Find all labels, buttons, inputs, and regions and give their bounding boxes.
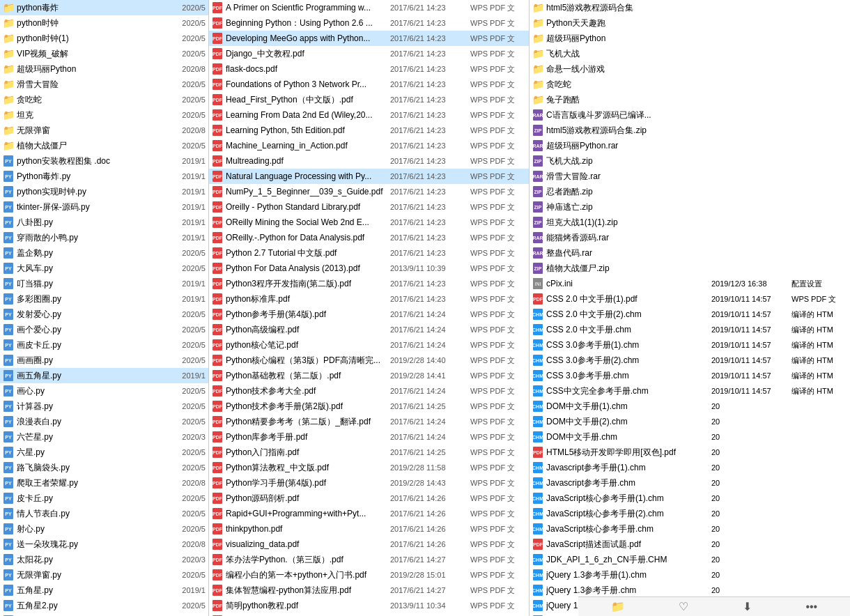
- list-item[interactable]: PDFPython3程序开发指南(第二版).pdf2017/6/21 14:23…: [209, 276, 529, 291]
- list-item[interactable]: PDFNatural Language Processing with Py..…: [209, 169, 529, 184]
- list-item[interactable]: PY太阳花.py2020/3: [0, 552, 208, 567]
- list-item[interactable]: CHMJavascript参考手册(1).chm20: [530, 460, 850, 475]
- list-item[interactable]: PDF简明python教程.pdf2013/9/11 10:34WPS PDF …: [209, 598, 529, 613]
- list-item[interactable]: 📁植物大战僵尸2020/5: [0, 138, 208, 153]
- list-item[interactable]: PY六星.py2020/5: [0, 445, 208, 460]
- list-item[interactable]: RAR整蛊代码.rar: [530, 245, 850, 261]
- list-item[interactable]: 📁python时钟(1)2020/5: [0, 31, 208, 46]
- list-item[interactable]: PDFflask-docs.pdf2017/6/21 14:23WPS PDF …: [209, 61, 529, 77]
- list-item[interactable]: PDFMultreading.pdf2017/6/21 14:23WPS PDF…: [209, 153, 529, 169]
- list-item[interactable]: 📁兔子跑酷: [530, 92, 850, 107]
- list-item[interactable]: PY画画圈.py2020/5: [0, 353, 208, 368]
- list-item[interactable]: PY五角星2.py2020/5: [0, 598, 208, 613]
- list-item[interactable]: PDFPython核心编程（第3版）PDF高清晰完...2019/2/28 14…: [209, 353, 529, 368]
- list-item[interactable]: PDF笨办法学Python.（第三版）.pdf2017/6/21 14:27WP…: [209, 552, 529, 567]
- list-item[interactable]: 📁贪吃蛇2020/5: [0, 92, 208, 107]
- list-item[interactable]: PY大风车.py2020/5: [0, 261, 208, 276]
- list-item[interactable]: 📁html5游戏教程源码合集: [530, 0, 850, 15]
- list-item[interactable]: PDFPython基础教程（第二版）.pdf2019/2/28 14:41WPS…: [209, 368, 529, 383]
- list-item[interactable]: PY无限弹窗.py2020/5: [0, 567, 208, 583]
- list-item[interactable]: PY六芒星.py2020/3: [0, 429, 208, 445]
- list-item[interactable]: 📁超级玛丽Python: [530, 31, 850, 46]
- list-item[interactable]: PDFPython源码剖析.pdf2017/6/21 14:26WPS PDF …: [209, 491, 529, 506]
- list-item[interactable]: CHMDOM中文手册(1).chm20: [530, 399, 850, 414]
- list-item[interactable]: PY画五角星.py2019/1: [0, 368, 208, 383]
- list-item[interactable]: PY盖企鹅.py2020/5: [0, 245, 208, 261]
- list-item[interactable]: 📁VIP视频_破解2020/5: [0, 46, 208, 61]
- list-item[interactable]: CHMCSS 3.0参考手册(2).chm2019/10/11 14:57编译的…: [530, 353, 850, 368]
- list-item[interactable]: CHMCSS 3.0参考手册.chm2019/10/11 14:57编译的 HT…: [530, 368, 850, 383]
- list-item[interactable]: PY射心.py2020/5: [0, 521, 208, 537]
- list-item[interactable]: PY叮当猫.py2019/1: [0, 276, 208, 291]
- list-item[interactable]: PY画个爱心.py2020/5: [0, 322, 208, 337]
- list-item[interactable]: 📁超级玛丽Python2020/8: [0, 61, 208, 77]
- list-item[interactable]: PDFHead_First_Python（中文版）.pdf2017/6/21 1…: [209, 92, 529, 107]
- list-item[interactable]: 📁飞机大战: [530, 46, 850, 61]
- list-item[interactable]: CHMJavascript参考手册.chm20: [530, 475, 850, 491]
- list-item[interactable]: PDFCSS 2.0 中文手册(1).pdf2019/10/11 14:57WP…: [530, 291, 850, 307]
- list-item[interactable]: PDFMachine_Learning_in_Action.pdf2017/6/…: [209, 138, 529, 153]
- list-item[interactable]: PDFOReilly.-.Python for Data Analysis.pd…: [209, 230, 529, 245]
- list-item[interactable]: RAR滑雪大冒险.rar: [530, 169, 850, 184]
- list-item[interactable]: PY八卦图.py2019/1: [0, 215, 208, 230]
- list-item[interactable]: PYpython安装教程图集 .doc2019/1: [0, 153, 208, 169]
- list-item[interactable]: ZIP忍者跑酷.zip: [530, 184, 850, 199]
- list-item[interactable]: PDF编程小白的第一本+python+入门书.pdf2019/2/28 15:0…: [209, 567, 529, 583]
- list-item[interactable]: CHMJavaScript核心参考手册(1).chm20: [530, 491, 850, 506]
- list-item[interactable]: CHMCSS中文完全参考手册.chm2019/10/11 14:57编译的 HT…: [530, 383, 850, 399]
- list-item[interactable]: PY情人节表白.py2020/5: [0, 506, 208, 521]
- list-item[interactable]: ZIP飞机大战.zip: [530, 153, 850, 169]
- list-item[interactable]: PDFPython学习手册(第4版).pdf2019/2/28 14:43WPS…: [209, 475, 529, 491]
- list-item[interactable]: CHMCSS 2.0 中文手册.chm2019/10/11 14:57编译的 H…: [530, 322, 850, 337]
- list-item[interactable]: 📁滑雪大冒险2020/5: [0, 77, 208, 92]
- list-item[interactable]: PY爬取王者荣耀.py2020/8: [0, 475, 208, 491]
- list-item[interactable]: CHMDOM中文手册.chm20: [530, 429, 850, 445]
- list-item[interactable]: 📁Python天天趣跑: [530, 15, 850, 31]
- list-item[interactable]: CHMJDK_API_1_6_zh_CN手册.CHM20: [530, 552, 850, 567]
- list-item[interactable]: CHMCSS 3.0参考手册(1).chm2019/10/11 14:57编译的…: [530, 337, 850, 353]
- list-item[interactable]: ZIPhtml5游戏教程源码合集.zip: [530, 123, 850, 138]
- list-item[interactable]: PDFDjango_中文教程.pdf2017/6/21 14:23WPS PDF…: [209, 46, 529, 61]
- list-item[interactable]: RAR能猫烤香源码.rar: [530, 230, 850, 245]
- list-item[interactable]: PDFvisualizing_data.pdf2017/6/21 14:26WP…: [209, 537, 529, 552]
- list-item[interactable]: PY送一朵玫瑰花.py2020/8: [0, 537, 208, 552]
- list-item[interactable]: PDFPython入门指南.pdf2017/6/21 14:25WPS PDF …: [209, 445, 529, 460]
- list-item[interactable]: PDF集体智慧编程-python算法应用.pdf2017/6/21 14:27W…: [209, 583, 529, 598]
- list-item[interactable]: PDF用Python进行自然语言处理.pdf2013/4/13 10:39WPS…: [209, 613, 529, 616]
- list-item[interactable]: ZIP神庙逃亡.zip: [530, 199, 850, 215]
- list-item[interactable]: PDFpython标准库.pdf2017/6/21 14:23WPS PDF 文: [209, 291, 529, 307]
- list-item[interactable]: PDFBeginning Python：Using Python 2.6 ...…: [209, 15, 529, 31]
- list-item[interactable]: PY五角星.py2019/1: [0, 583, 208, 598]
- list-item[interactable]: PDFRapid+GUI+Programming+with+Pyt...2017…: [209, 506, 529, 521]
- list-item[interactable]: PY画皮卡丘.py2020/5: [0, 337, 208, 353]
- list-item[interactable]: ZIP坦克大战1(1)(1).zip: [530, 215, 850, 230]
- list-item[interactable]: PDFLearning Python, 5th Edition.pdf2017/…: [209, 123, 529, 138]
- list-item[interactable]: 📁python毒炸2020/5: [0, 0, 208, 15]
- list-item[interactable]: PY路飞脑袋头.py2020/5: [0, 460, 208, 475]
- list-item[interactable]: PY浪漫表白.py2020/5: [0, 414, 208, 429]
- list-item[interactable]: PDFPython For Data Analysis (2013).pdf20…: [209, 261, 529, 276]
- list-item[interactable]: PY穿雨散的小鸭.py2019/1: [0, 230, 208, 245]
- list-item[interactable]: PDFPython精要参考考（第二版）_翻译.pdf2017/6/21 14:2…: [209, 414, 529, 429]
- folder-icon[interactable]: 📁: [607, 599, 629, 615]
- list-item[interactable]: PDFPython高级编程.pdf2017/6/21 14:24WPS PDF …: [209, 322, 529, 337]
- list-item[interactable]: ZIP植物大战僵尸.zip: [530, 261, 850, 276]
- heart-icon[interactable]: ♡: [674, 599, 693, 615]
- list-item[interactable]: PYtkinter-屏保-源码.py2019/1: [0, 199, 208, 215]
- list-item[interactable]: CHMjQuery 1.3参考手册.chm20: [530, 583, 850, 598]
- list-item[interactable]: CHMJavaScript核心参考手册.chm20: [530, 521, 850, 537]
- list-item[interactable]: PDFOReilly Mining the Social Web 2nd E..…: [209, 215, 529, 230]
- list-item[interactable]: CHMDOM中文手册(2).chm20: [530, 414, 850, 429]
- download-icon[interactable]: ⬇: [739, 599, 756, 615]
- list-item[interactable]: PY向日葵.py2020/5: [0, 613, 208, 616]
- list-item[interactable]: PY多彩图圈.py2019/1: [0, 291, 208, 307]
- list-item[interactable]: CHMjQuery 1.3参考手册(1).chm20: [530, 567, 850, 583]
- list-item[interactable]: PDFOreilly - Python Standard Library.pdf…: [209, 199, 529, 215]
- list-item[interactable]: INIcPix.ini2019/12/3 16:38配置设置: [530, 276, 850, 291]
- list-item[interactable]: CHMJavaScript核心参考手册(2).chm20: [530, 506, 850, 521]
- list-item[interactable]: PDFLearning From Data 2nd Ed (Wiley,20..…: [209, 107, 529, 123]
- list-item[interactable]: PY计算器.py2020/5: [0, 399, 208, 414]
- list-item[interactable]: PY皮卡丘.py2020/5: [0, 491, 208, 506]
- list-item[interactable]: PDFPython库参考手册.pdf2017/6/21 14:24WPS PDF…: [209, 429, 529, 445]
- list-item[interactable]: PY画心.py2020/5: [0, 383, 208, 399]
